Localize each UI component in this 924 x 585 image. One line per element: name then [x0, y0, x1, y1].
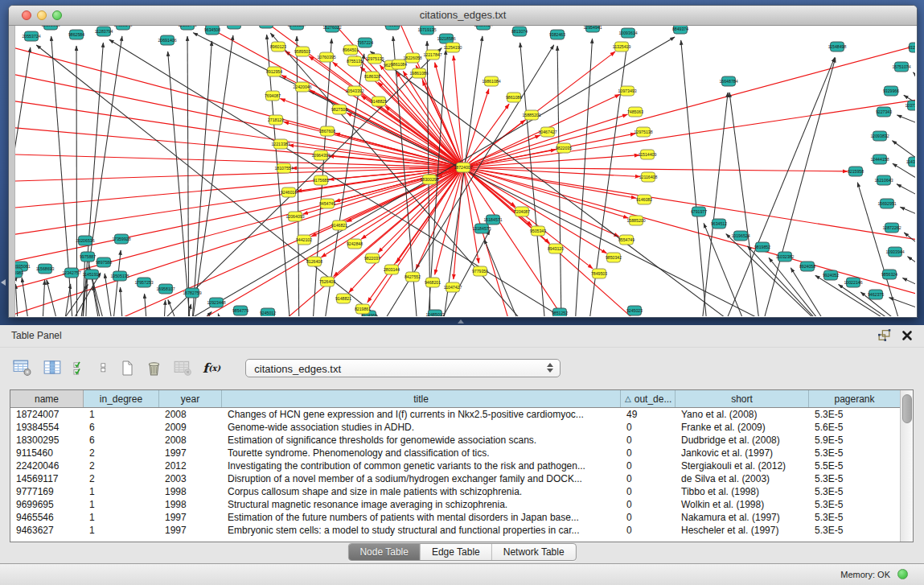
- show-columns-icon[interactable]: [43, 359, 62, 377]
- graph-node[interactable]: 10719135: [417, 26, 436, 35]
- graph-node[interactable]: 9924052: [823, 270, 839, 280]
- graph-node[interactable]: 10467427: [538, 127, 556, 137]
- graph-node[interactable]: 22420046: [293, 82, 311, 92]
- column-header-in_degree[interactable]: in_degree: [84, 390, 159, 407]
- graph-node[interactable]: 9779356: [472, 266, 488, 276]
- graph-node[interactable]: 9148821: [335, 294, 351, 303]
- graph-node[interactable]: 8219861: [355, 304, 371, 314]
- table-row[interactable]: 2242004622012Investigating the contribut…: [10, 459, 901, 472]
- graph-node[interactable]: 3915983: [15, 268, 23, 278]
- graph-node[interactable]: 9822035: [556, 143, 572, 153]
- graph-node[interactable]: 10760395: [317, 52, 335, 62]
- graph-node[interactable]: 8849374: [672, 26, 688, 34]
- column-header-short[interactable]: short: [676, 390, 809, 407]
- table-row[interactable]: 1938455462009Genome-wide association stu…: [10, 421, 901, 434]
- delete-rows-icon[interactable]: [146, 359, 162, 377]
- graph-node[interactable]: 8427552: [405, 272, 421, 282]
- graph-node[interactable]: 8454749: [319, 199, 335, 208]
- graph-node[interactable]: 9329966: [883, 86, 899, 96]
- float-window-icon[interactable]: [877, 328, 892, 345]
- graph-node[interactable]: 9245012: [260, 308, 276, 316]
- graph-node[interactable]: 8912954: [266, 67, 282, 76]
- graph-node[interactable]: 18300295: [420, 175, 438, 184]
- graph-node[interactable]: 9246016: [281, 187, 297, 197]
- graph-node[interactable]: 12160741: [178, 26, 196, 30]
- graph-node[interactable]: 8186328: [364, 72, 380, 81]
- table-row[interactable]: 1456911722003Disruption of a novel membe…: [10, 472, 901, 485]
- graph-node[interactable]: 6791977: [691, 207, 707, 216]
- graph-node[interactable]: 16958107: [156, 284, 175, 294]
- graph-node[interactable]: 9634512: [711, 219, 727, 229]
- graph-node[interactable]: 2867608: [319, 126, 335, 136]
- graph-node[interactable]: 12975138: [634, 127, 652, 137]
- network-canvas[interactable]: 2055372410590963986258411283794149885492…: [9, 26, 917, 317]
- table-settings-icon[interactable]: [13, 359, 32, 377]
- graph-node[interactable]: 10022146: [844, 278, 862, 287]
- graph-node[interactable]: 7849503: [591, 269, 607, 278]
- graph-node[interactable]: 20691406: [158, 35, 176, 45]
- graph-node[interactable]: 12217847: [423, 50, 441, 60]
- graph-node[interactable]: 12116408: [639, 172, 658, 182]
- panel-collapse-arrow[interactable]: [1, 279, 6, 286]
- graph-node[interactable]: 9850342: [606, 253, 622, 262]
- graph-node[interactable]: 10373420: [905, 101, 915, 110]
- tab-edge-table[interactable]: Edge Table: [421, 544, 492, 560]
- graph-node[interactable]: 2803144: [384, 265, 400, 274]
- graph-node[interactable]: 9468201: [425, 278, 441, 287]
- graph-node[interactable]: 9827508: [331, 105, 347, 114]
- graph-node[interactable]: 8924058: [799, 262, 815, 271]
- graph-node[interactable]: 9245023: [626, 306, 643, 315]
- tab-node-table[interactable]: Node Table: [348, 544, 421, 560]
- graph-node[interactable]: 9634508: [204, 26, 220, 35]
- table-row[interactable]: 1872400712008Changes of HCN gene express…: [10, 408, 901, 421]
- graph-node[interactable]: 9819852: [754, 242, 770, 252]
- graph-node[interactable]: 9854779: [232, 306, 248, 315]
- column-header-year[interactable]: year: [159, 390, 222, 407]
- graph-node[interactable]: 7526408: [319, 277, 335, 286]
- table-scrollbar[interactable]: [900, 390, 913, 542]
- graph-node[interactable]: 9851252: [552, 308, 568, 316]
- graph-node[interactable]: 19218586: [437, 34, 455, 43]
- graph-hub-node[interactable]: 18724007: [454, 163, 472, 172]
- graph-node[interactable]: 7485063: [627, 107, 643, 117]
- graph-node[interactable]: 10655287: [287, 26, 306, 30]
- graph-node[interactable]: 9175685: [313, 175, 329, 185]
- graph-node[interactable]: 2718120: [268, 115, 284, 125]
- graph-node[interactable]: 7204087: [514, 207, 530, 216]
- table-row[interactable]: 977716911998Corpus callosum shape and si…: [10, 485, 901, 498]
- graph-node[interactable]: 19861084: [482, 76, 500, 86]
- graph-node[interactable]: 12444158: [870, 154, 889, 164]
- graph-node[interactable]: 8813074: [511, 27, 528, 36]
- graph-node[interactable]: 11032382: [776, 252, 795, 262]
- graph-node[interactable]: 9146821: [331, 220, 347, 230]
- graph-node[interactable]: 11254190: [444, 43, 462, 52]
- window-titlebar[interactable]: citations_edges.txt: [9, 6, 917, 26]
- table-row[interactable]: 911546021997Tourette syndrome. Phenomeno…: [10, 447, 901, 459]
- graph-node[interactable]: 10933944: [885, 247, 904, 257]
- formula-icon[interactable]: f(x): [203, 360, 220, 376]
- graph-node[interactable]: 9862584: [68, 30, 84, 39]
- graph-node[interactable]: 10590963: [41, 26, 60, 30]
- column-header-pagerank[interactable]: pagerank: [809, 390, 901, 407]
- graph-node[interactable]: 9897588: [96, 257, 112, 267]
- graph-node[interactable]: 12923448: [207, 298, 225, 307]
- select-columns-icon[interactable]: [72, 359, 88, 377]
- graph-node[interactable]: 10196524: [731, 231, 749, 241]
- splitter-handle[interactable]: [458, 319, 464, 323]
- column-header-name[interactable]: name: [10, 390, 84, 407]
- graph-node[interactable]: 10964393: [311, 150, 330, 160]
- graph-node[interactable]: 12872262: [882, 223, 901, 233]
- tab-network-table[interactable]: Network Table: [492, 544, 576, 560]
- graph-node[interactable]: 12093832: [870, 131, 889, 141]
- table-selector[interactable]: citations_edges.txt: [245, 359, 561, 377]
- graph-node[interactable]: 9975887: [80, 252, 96, 262]
- graph-node[interactable]: 9227343: [876, 107, 892, 117]
- graph-node[interactable]: 13184575: [472, 224, 491, 233]
- graph-node[interactable]: 9861084: [391, 60, 407, 69]
- graph-node[interactable]: 15885200: [626, 216, 645, 225]
- graph-node[interactable]: 11548498: [828, 42, 847, 51]
- graph-node[interactable]: 8943120: [548, 244, 564, 253]
- graph-node[interactable]: 9856324: [881, 270, 897, 279]
- graph-node[interactable]: 18945962: [224, 26, 243, 29]
- graph-node[interactable]: 17359928: [112, 234, 130, 244]
